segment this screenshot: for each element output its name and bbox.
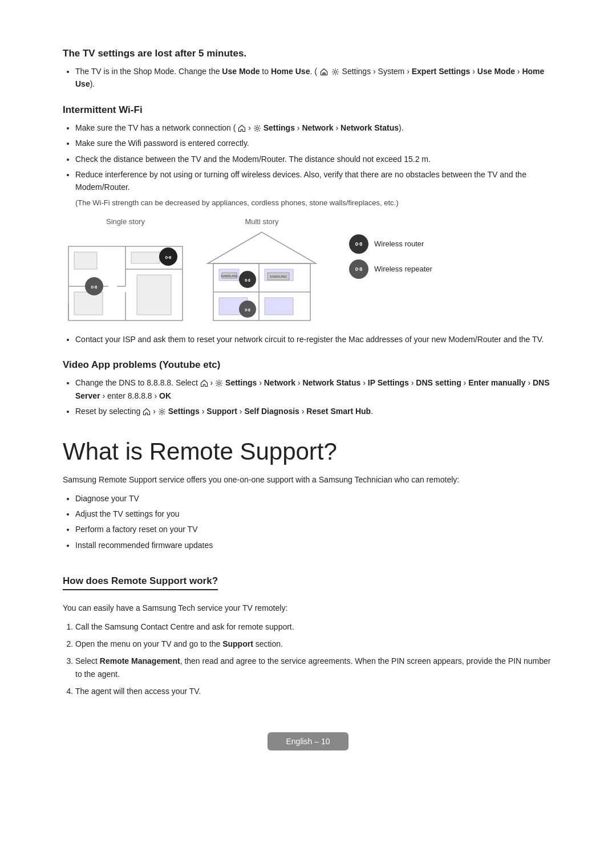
- path-settings: Settings › System ›: [342, 67, 412, 76]
- svg-rect-12: [74, 292, 103, 315]
- expert-settings-bold: Expert Settings: [412, 67, 471, 76]
- video-app-bullet-1: Change the DNS to 8.8.8.8. Select › Sett…: [75, 376, 553, 402]
- how-remote-support-section: How does Remote Support work? You can ea…: [63, 562, 553, 697]
- tv-settings-title: The TV settings are lost after 5 minutes…: [63, 48, 553, 59]
- remote-support-section: What is Remote Support? Samsung Remote S…: [63, 438, 553, 551]
- support-bold-2: Support: [222, 639, 253, 648]
- how-step-1: Call the Samsung Contact Centre and ask …: [75, 620, 553, 633]
- remote-support-big-title: What is Remote Support?: [63, 438, 553, 465]
- wifi-legend: 0·8 Wireless router 0·8 Wireless repeate…: [349, 234, 432, 279]
- video-app-title: Video App problems (Youtube etc): [63, 359, 553, 371]
- self-diagnosis-bold: Self Diagnosis: [244, 407, 299, 416]
- tv-settings-bullet-1: The TV is in the Shop Mode. Change the U…: [75, 65, 553, 91]
- gear-icon-2: [253, 124, 261, 132]
- ok-bold: OK: [159, 391, 171, 400]
- wifi-contact-list: Contact your ISP and ask them to reset y…: [63, 333, 553, 346]
- reset-smart-hub-bold: Reset Smart Hub: [306, 407, 371, 416]
- single-story-diagram: Single story 0: [63, 217, 188, 326]
- how-step-2: Open the menu on your TV and go to the S…: [75, 638, 553, 650]
- router-legend-item: 0·8 Wireless router: [349, 234, 432, 254]
- use-mode-bold: Use Mode: [222, 67, 260, 76]
- how-remote-support-steps: Call the Samsung Contact Centre and ask …: [63, 620, 553, 698]
- remote-bullet-2: Adjust the TV settings for you: [75, 508, 553, 520]
- settings-bold-3: Settings: [168, 407, 200, 416]
- svg-point-2: [256, 127, 258, 129]
- use-mode-bold2: Use Mode: [477, 67, 515, 76]
- settings-bold-1: Settings: [264, 123, 295, 132]
- remote-bullet-1: Diagnose your TV: [75, 492, 553, 505]
- network-bold-1: Network: [302, 123, 333, 132]
- multi-story-diagram: Multi story SAMSUNG: [202, 217, 322, 326]
- network-status-bold-2: Network Status: [302, 378, 360, 387]
- wifi-contact-bullet: Contact your ISP and ask them to reset y…: [75, 333, 553, 346]
- wifi-section: Intermittent Wi-Fi Make sure the TV has …: [63, 104, 553, 346]
- gear-icon-4: [158, 408, 166, 416]
- router-label: Wireless router: [374, 240, 424, 248]
- ip-settings-bold: IP Settings: [368, 378, 409, 387]
- wifi-bullet-3: Check the distance between the TV and th…: [75, 153, 553, 165]
- svg-point-36: [161, 411, 163, 413]
- wifi-bullet-1: Make sure the TV has a network connectio…: [75, 121, 553, 134]
- svg-rect-26: [265, 298, 293, 315]
- wifi-bullet-4: Reduce interference by not using or turn…: [75, 168, 553, 194]
- svg-text:SAMSUNG: SAMSUNG: [270, 275, 287, 278]
- svg-point-1: [334, 71, 336, 73]
- home-icon-4: [143, 408, 151, 416]
- svg-rect-10: [74, 252, 97, 269]
- svg-marker-18: [208, 232, 316, 263]
- tv-settings-section: The TV settings are lost after 5 minutes…: [63, 48, 553, 91]
- home-use-bold: Home Use: [271, 67, 310, 76]
- how-remote-support-intro: You can easily have a Samsung Tech servi…: [63, 602, 553, 614]
- router-icon: 0·8: [349, 234, 368, 254]
- gear-icon-1: [331, 68, 339, 76]
- page-number: English – 10: [268, 732, 348, 750]
- multi-story-svg: SAMSUNG SAMSUNG 6·8 0·8: [202, 229, 322, 326]
- wifi-bullets: Make sure the TV has a network connectio…: [63, 121, 553, 194]
- how-remote-support-title: How does Remote Support work?: [63, 575, 218, 590]
- remote-bullet-4: Install recommended firmware updates: [75, 539, 553, 551]
- svg-rect-11: [131, 252, 160, 263]
- network-status-bold-1: Network Status: [341, 123, 399, 132]
- remote-management-bold: Remote Management: [100, 656, 180, 666]
- svg-point-35: [218, 382, 220, 384]
- dns-setting-bold: DNS setting: [416, 378, 461, 387]
- network-bold-2: Network: [264, 378, 295, 387]
- gear-icon-3: [215, 379, 223, 387]
- video-app-bullets: Change the DNS to 8.8.8.8. Select › Sett…: [63, 376, 553, 417]
- multi-story-label: Multi story: [245, 217, 278, 226]
- house-diagrams: Single story 0: [63, 217, 553, 326]
- home-icon-2: [238, 124, 246, 132]
- svg-text:0·8: 0·8: [91, 285, 98, 290]
- video-app-section: Video App problems (Youtube etc) Change …: [63, 359, 553, 417]
- wifi-bullet-2: Make sure the Wifi password is entered c…: [75, 137, 553, 149]
- svg-text:0·8: 0·8: [165, 255, 172, 260]
- remote-support-intro: Samsung Remote Support service offers yo…: [63, 473, 553, 486]
- remote-bullet-3: Perform a factory reset on your TV: [75, 523, 553, 535]
- single-story-label: Single story: [106, 217, 145, 226]
- svg-rect-13: [137, 275, 171, 315]
- how-step-3: Select Remote Management, then read and …: [75, 655, 553, 680]
- home-icon: [320, 68, 328, 76]
- remote-support-bullets: Diagnose your TV Adjust the TV settings …: [63, 492, 553, 552]
- tv-settings-list: The TV is in the Shop Mode. Change the U…: [63, 65, 553, 91]
- single-story-svg: 0·8 0·8: [63, 229, 188, 326]
- home-icon-3: [200, 379, 208, 387]
- how-step-4: The agent will then access your TV.: [75, 685, 553, 697]
- support-bold: Support: [206, 407, 237, 416]
- page-footer: English – 10: [63, 732, 553, 750]
- path-use-mode: ›: [470, 67, 477, 76]
- repeater-icon: 0·8: [349, 259, 368, 279]
- wifi-note: (The Wi-Fi strength can be decreased by …: [63, 198, 553, 207]
- wifi-title: Intermittent Wi-Fi: [63, 104, 553, 116]
- settings-bold-2: Settings: [225, 378, 257, 387]
- svg-text:6·8: 6·8: [245, 278, 250, 282]
- repeater-label: Wireless repeater: [374, 265, 432, 273]
- svg-text:SAMSUNG: SAMSUNG: [221, 274, 238, 278]
- svg-text:0·8: 0·8: [245, 308, 250, 312]
- enter-manually-bold: Enter manually: [468, 378, 525, 387]
- repeater-legend-item: 0·8 Wireless repeater: [349, 259, 432, 279]
- video-app-bullet-2: Reset by selecting › Settings › Support …: [75, 405, 553, 417]
